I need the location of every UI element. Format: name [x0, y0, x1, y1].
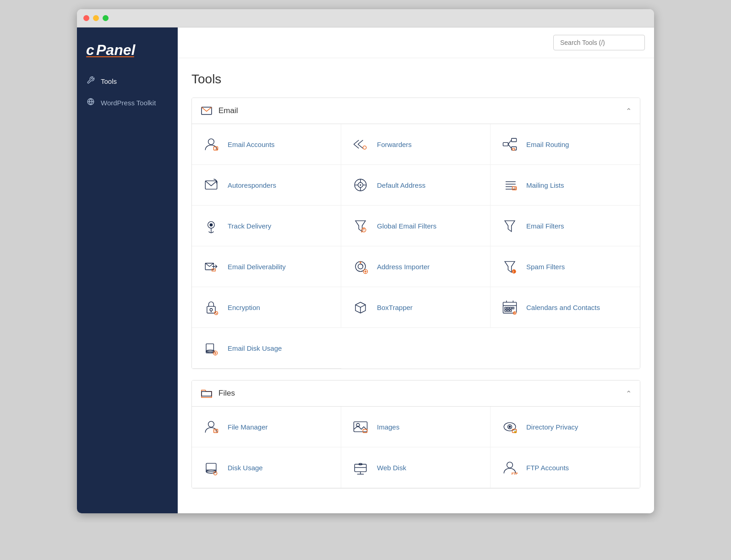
- boxtrapper-label: BoxTrapper: [377, 304, 413, 311]
- svg-rect-74: [202, 391, 212, 396]
- disk-usage-icon: [201, 457, 221, 478]
- tool-default-address[interactable]: Default Address: [341, 165, 491, 206]
- tool-file-manager[interactable]: File Manager: [192, 407, 341, 447]
- tool-directory-privacy[interactable]: 🔒 Directory Privacy: [491, 407, 640, 447]
- file-manager-label: File Manager: [228, 423, 268, 431]
- sidebar-item-wordpress-toolkit[interactable]: WordPress Toolkit: [77, 92, 178, 114]
- ftp-accounts-icon: FTP: [500, 457, 520, 478]
- svg-line-13: [508, 144, 511, 148]
- svg-point-30: [210, 223, 212, 226]
- email-disk-usage-icon: [201, 338, 221, 358]
- wrench-icon: [86, 76, 95, 87]
- mailing-lists-icon: @: [500, 175, 520, 195]
- email-section-header[interactable]: Email ⌃: [192, 98, 640, 124]
- email-routing-label: Email Routing: [526, 141, 569, 148]
- calendars-contacts-label: Calendars and Contacts: [526, 304, 600, 311]
- email-filters-label: Email Filters: [526, 222, 564, 230]
- address-importer-icon: [350, 256, 371, 277]
- svg-text:@: @: [215, 147, 218, 150]
- global-email-filters-label: Global Email Filters: [377, 222, 436, 230]
- tool-email-routing[interactable]: Email Routing: [491, 124, 640, 165]
- email-section-title: Email: [218, 106, 238, 115]
- tool-web-disk[interactable]: Web Disk: [341, 447, 491, 488]
- tool-track-delivery[interactable]: Track Delivery: [192, 206, 341, 246]
- images-icon: [350, 417, 371, 437]
- svg-point-49: [210, 309, 212, 311]
- minimize-button[interactable]: [93, 15, 99, 21]
- svg-point-8: [363, 146, 366, 149]
- svg-point-18: [360, 185, 361, 185]
- maximize-button[interactable]: [103, 15, 109, 21]
- svg-rect-59: [505, 307, 507, 309]
- tool-ftp-accounts[interactable]: FTP FTP Accounts: [491, 447, 640, 488]
- files-section-header-left: Files: [200, 387, 235, 400]
- directory-privacy-icon: 🔒: [500, 417, 520, 437]
- tool-disk-usage[interactable]: Disk Usage: [192, 447, 341, 488]
- tool-global-email-filters[interactable]: Global Email Filters: [341, 206, 491, 246]
- mailing-lists-label: Mailing Lists: [526, 181, 564, 189]
- spam-filters-label: Spam Filters: [526, 263, 565, 271]
- svg-line-52: [215, 312, 217, 314]
- svg-text:🔒: 🔒: [513, 430, 517, 433]
- cpanel-logo: c Panel: [86, 41, 141, 58]
- tool-encryption[interactable]: Encryption: [192, 287, 341, 328]
- sidebar-tools-label: Tools: [101, 77, 117, 85]
- tool-images[interactable]: Images: [341, 407, 491, 447]
- tool-email-accounts[interactable]: @ Email Accounts: [192, 124, 341, 165]
- svg-point-75: [208, 421, 214, 427]
- svg-text:!: !: [513, 270, 514, 274]
- track-delivery-label: Track Delivery: [228, 222, 271, 230]
- sidebar-navigation: Tools WordPress Toolkit: [77, 71, 178, 114]
- autoresponders-icon: [201, 175, 221, 195]
- tool-spam-filters[interactable]: ! Spam Filters: [491, 246, 640, 287]
- spam-filters-icon: !: [500, 256, 520, 277]
- close-button[interactable]: [83, 15, 89, 21]
- forwarders-label: Forwarders: [377, 141, 412, 148]
- files-collapse-icon[interactable]: ⌃: [626, 389, 632, 398]
- svg-rect-63: [505, 310, 507, 311]
- envelope-icon: [201, 105, 213, 117]
- top-bar: [178, 27, 654, 58]
- page-title: Tools: [191, 72, 640, 87]
- tool-autoresponders[interactable]: Autoresponders: [192, 165, 341, 206]
- file-manager-icon: [201, 417, 221, 437]
- tool-email-filters[interactable]: Email Filters: [491, 206, 640, 246]
- tool-address-importer[interactable]: Address Importer: [341, 246, 491, 287]
- svg-rect-14: [512, 148, 514, 150]
- email-routing-icon: [500, 134, 520, 154]
- email-collapse-icon[interactable]: ⌃: [626, 107, 632, 115]
- sidebar-item-tools[interactable]: Tools: [77, 71, 178, 92]
- tool-calendars-and-contacts[interactable]: @ Calendars and Contacts: [491, 287, 640, 328]
- svg-text:c: c: [86, 42, 94, 58]
- wordpress-icon: [86, 98, 95, 108]
- email-tools-grid: @ Email Accounts: [192, 124, 640, 369]
- email-accounts-label: Email Accounts: [228, 141, 275, 148]
- disk-usage-label: Disk Usage: [228, 464, 263, 472]
- app-window: c Panel Tools: [77, 9, 654, 513]
- svg-rect-62: [512, 307, 514, 309]
- svg-rect-11: [503, 142, 508, 146]
- tool-email-deliverability[interactable]: Email Deliverability: [192, 246, 341, 287]
- files-section-header[interactable]: Files ⌃: [192, 381, 640, 407]
- sidebar: c Panel Tools: [77, 27, 178, 513]
- email-deliverability-icon: [201, 256, 221, 277]
- tool-boxtrapper[interactable]: BoxTrapper: [341, 287, 491, 328]
- tool-email-disk-usage[interactable]: Email Disk Usage: [192, 328, 341, 369]
- images-label: Images: [377, 423, 399, 431]
- svg-line-12: [508, 140, 511, 144]
- svg-point-5: [208, 139, 214, 145]
- boxtrapper-icon: [350, 297, 371, 317]
- autoresponders-label: Autoresponders: [228, 181, 276, 189]
- email-section-icon: [200, 104, 213, 117]
- tool-mailing-lists[interactable]: @ Mailing Lists: [491, 165, 640, 206]
- email-deliverability-label: Email Deliverability: [228, 263, 286, 271]
- search-input[interactable]: [553, 35, 645, 50]
- svg-rect-65: [510, 310, 512, 311]
- web-disk-label: Web Disk: [377, 464, 406, 472]
- svg-marker-36: [505, 221, 515, 232]
- svg-rect-2: [86, 56, 134, 57]
- svg-rect-60: [507, 307, 509, 309]
- sidebar-logo: c Panel: [77, 37, 178, 71]
- tool-forwarders[interactable]: Forwarders: [341, 124, 491, 165]
- track-delivery-icon: [201, 216, 221, 236]
